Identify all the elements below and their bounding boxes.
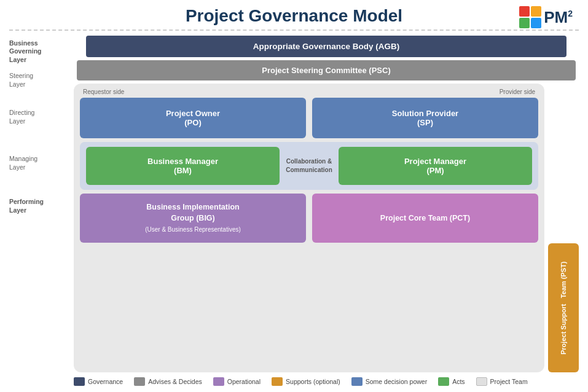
legend-item-3: Supports (optional) [272,377,340,386]
legend-item-6: Project Team [476,377,528,386]
legend-item-5: Acts [438,377,465,386]
solution-provider-box: Solution Provider (SP) [312,98,538,138]
pst-column: Project Support Team (PST) [548,84,579,372]
legend-item-0: Governance [74,377,123,386]
pct-box: Project Core Team (PCT) [312,194,538,243]
svg-rect-1 [531,6,541,17]
svg-rect-3 [531,18,541,28]
legend-color-5 [438,377,449,386]
legend-label-2: Operational [227,378,261,385]
legend-label-1: Advises & Decides [148,378,202,385]
legend-color-3 [272,377,283,386]
pm2-label: PM2 [544,8,573,27]
managing-layer-label: Managing Layer [9,141,69,186]
legend-item-1: Advises & Decides [134,377,202,386]
big-box: Business Implementation Group (BIG) (Use… [80,194,306,243]
legend-color-2 [213,377,224,386]
diagram: Appropriate Governance Body (AGB) Projec… [74,36,579,372]
legend-color-4 [351,377,363,386]
main-content: Business Governing Layer Steering Layer … [9,36,579,372]
project-owner-box: Project Owner (PO) [80,98,306,138]
provider-side-label: Provider side [500,88,535,95]
psc-box: Project Steering Committee (PSC) [77,60,576,80]
legend-color-6 [476,377,487,386]
steering-layer-label: Steering Layer [9,68,69,93]
layers-labels: Business Governing Layer Steering Layer … [9,36,74,372]
pm2-brand-icon [519,6,541,28]
header: Project Governance Model PM2 [9,6,579,26]
page-title: Project Governance Model [186,6,402,26]
svg-rect-2 [519,18,530,28]
pst-box: Project Support Team (PST) [548,243,579,372]
performing-row: Business Implementation Group (BIG) (Use… [80,194,538,243]
big-container: Requestor side Provider side Project Own… [74,84,544,372]
business-manager-box: Business Manager (BM) [86,147,280,185]
legend-item-4: Some decision power [351,377,427,386]
legend: GovernanceAdvises & DecidesOperationalSu… [9,377,579,386]
svg-rect-0 [519,6,530,17]
pm2-logo: PM2 [519,6,573,28]
project-manager-box: Project Manager (PM) [339,147,532,185]
directing-row: Project Owner (PO) Solution Provider (SP… [80,98,538,138]
performing-layer-label: Performing Layer [9,186,69,227]
page: Project Governance Model PM2 Business Go… [0,0,588,392]
agb-box: Appropriate Governance Body (AGB) [86,36,566,57]
managing-container: Business Manager (BM) Collaboration & Co… [80,142,538,190]
legend-color-1 [134,377,145,386]
legend-label-5: Acts [452,378,465,385]
legend-label-0: Governance [88,378,123,385]
collaboration-text: Collaboration & Communication [284,157,334,174]
legend-item-2: Operational [213,377,261,386]
legend-label-6: Project Team [490,378,528,385]
legend-label-3: Supports (optional) [286,378,340,385]
legend-label-4: Some decision power [366,378,427,385]
legend-color-0 [74,377,85,386]
requestor-side-label: Requestor side [83,88,124,95]
business-layer-label: Business Governing Layer [9,36,69,68]
divider [9,29,579,31]
directing-layer-label: Directing Layer [9,93,69,141]
side-labels: Requestor side Provider side [80,88,538,95]
